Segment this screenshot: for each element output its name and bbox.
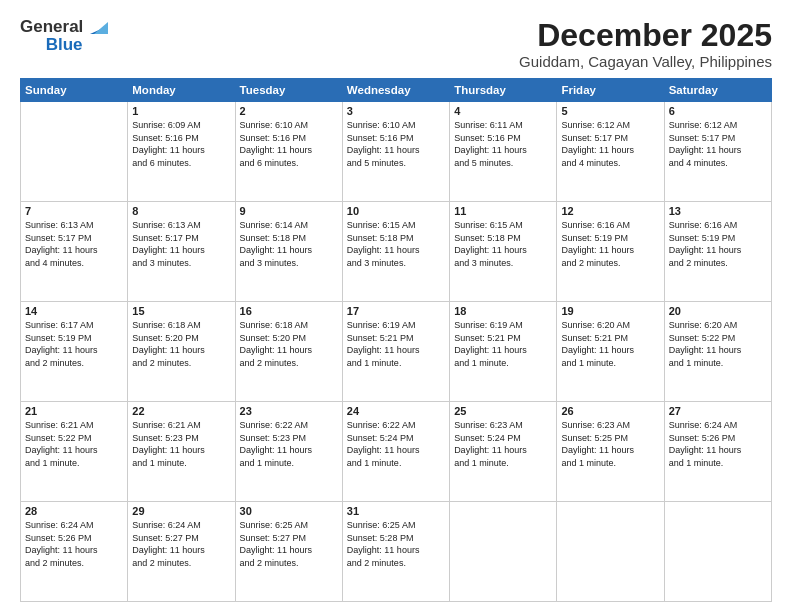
- day-info: Sunrise: 6:19 AM Sunset: 5:21 PM Dayligh…: [454, 319, 552, 369]
- day-number: 3: [347, 105, 445, 117]
- day-info: Sunrise: 6:13 AM Sunset: 5:17 PM Dayligh…: [132, 219, 230, 269]
- page: General Blue December 2025 Guiddam, Caga…: [0, 0, 792, 612]
- day-info: Sunrise: 6:15 AM Sunset: 5:18 PM Dayligh…: [347, 219, 445, 269]
- table-row: 29Sunrise: 6:24 AM Sunset: 5:27 PM Dayli…: [128, 502, 235, 602]
- table-row: 28Sunrise: 6:24 AM Sunset: 5:26 PM Dayli…: [21, 502, 128, 602]
- day-number: 29: [132, 505, 230, 517]
- day-number: 13: [669, 205, 767, 217]
- table-row: 9Sunrise: 6:14 AM Sunset: 5:18 PM Daylig…: [235, 202, 342, 302]
- table-row: 20Sunrise: 6:20 AM Sunset: 5:22 PM Dayli…: [664, 302, 771, 402]
- logo-line1: General: [20, 18, 108, 36]
- header-tuesday: Tuesday: [235, 79, 342, 102]
- day-number: 16: [240, 305, 338, 317]
- day-info: Sunrise: 6:21 AM Sunset: 5:22 PM Dayligh…: [25, 419, 123, 469]
- table-row: [664, 502, 771, 602]
- day-info: Sunrise: 6:11 AM Sunset: 5:16 PM Dayligh…: [454, 119, 552, 169]
- day-info: Sunrise: 6:13 AM Sunset: 5:17 PM Dayligh…: [25, 219, 123, 269]
- header-friday: Friday: [557, 79, 664, 102]
- table-row: 12Sunrise: 6:16 AM Sunset: 5:19 PM Dayli…: [557, 202, 664, 302]
- day-info: Sunrise: 6:25 AM Sunset: 5:28 PM Dayligh…: [347, 519, 445, 569]
- day-info: Sunrise: 6:12 AM Sunset: 5:17 PM Dayligh…: [561, 119, 659, 169]
- day-number: 28: [25, 505, 123, 517]
- table-row: 31Sunrise: 6:25 AM Sunset: 5:28 PM Dayli…: [342, 502, 449, 602]
- day-info: Sunrise: 6:20 AM Sunset: 5:21 PM Dayligh…: [561, 319, 659, 369]
- week-row-2: 7Sunrise: 6:13 AM Sunset: 5:17 PM Daylig…: [21, 202, 772, 302]
- week-row-1: 1Sunrise: 6:09 AM Sunset: 5:16 PM Daylig…: [21, 102, 772, 202]
- header: General Blue December 2025 Guiddam, Caga…: [20, 18, 772, 70]
- table-row: 15Sunrise: 6:18 AM Sunset: 5:20 PM Dayli…: [128, 302, 235, 402]
- table-row: 8Sunrise: 6:13 AM Sunset: 5:17 PM Daylig…: [128, 202, 235, 302]
- table-row: 17Sunrise: 6:19 AM Sunset: 5:21 PM Dayli…: [342, 302, 449, 402]
- table-row: 7Sunrise: 6:13 AM Sunset: 5:17 PM Daylig…: [21, 202, 128, 302]
- table-row: 5Sunrise: 6:12 AM Sunset: 5:17 PM Daylig…: [557, 102, 664, 202]
- day-info: Sunrise: 6:12 AM Sunset: 5:17 PM Dayligh…: [669, 119, 767, 169]
- table-row: 13Sunrise: 6:16 AM Sunset: 5:19 PM Dayli…: [664, 202, 771, 302]
- header-saturday: Saturday: [664, 79, 771, 102]
- day-number: 17: [347, 305, 445, 317]
- day-number: 9: [240, 205, 338, 217]
- table-row: 21Sunrise: 6:21 AM Sunset: 5:22 PM Dayli…: [21, 402, 128, 502]
- table-row: [557, 502, 664, 602]
- day-number: 4: [454, 105, 552, 117]
- table-row: 23Sunrise: 6:22 AM Sunset: 5:23 PM Dayli…: [235, 402, 342, 502]
- day-info: Sunrise: 6:24 AM Sunset: 5:27 PM Dayligh…: [132, 519, 230, 569]
- day-number: 20: [669, 305, 767, 317]
- header-wednesday: Wednesday: [342, 79, 449, 102]
- table-row: 24Sunrise: 6:22 AM Sunset: 5:24 PM Dayli…: [342, 402, 449, 502]
- day-number: 24: [347, 405, 445, 417]
- day-info: Sunrise: 6:16 AM Sunset: 5:19 PM Dayligh…: [669, 219, 767, 269]
- day-number: 25: [454, 405, 552, 417]
- day-info: Sunrise: 6:25 AM Sunset: 5:27 PM Dayligh…: [240, 519, 338, 569]
- week-row-3: 14Sunrise: 6:17 AM Sunset: 5:19 PM Dayli…: [21, 302, 772, 402]
- day-info: Sunrise: 6:15 AM Sunset: 5:18 PM Dayligh…: [454, 219, 552, 269]
- day-info: Sunrise: 6:19 AM Sunset: 5:21 PM Dayligh…: [347, 319, 445, 369]
- day-number: 14: [25, 305, 123, 317]
- calendar-table: Sunday Monday Tuesday Wednesday Thursday…: [20, 78, 772, 602]
- table-row: 6Sunrise: 6:12 AM Sunset: 5:17 PM Daylig…: [664, 102, 771, 202]
- day-number: 11: [454, 205, 552, 217]
- day-number: 23: [240, 405, 338, 417]
- day-info: Sunrise: 6:09 AM Sunset: 5:16 PM Dayligh…: [132, 119, 230, 169]
- day-number: 22: [132, 405, 230, 417]
- table-row: 3Sunrise: 6:10 AM Sunset: 5:16 PM Daylig…: [342, 102, 449, 202]
- title-block: December 2025 Guiddam, Cagayan Valley, P…: [519, 18, 772, 70]
- weekday-header-row: Sunday Monday Tuesday Wednesday Thursday…: [21, 79, 772, 102]
- table-row: 14Sunrise: 6:17 AM Sunset: 5:19 PM Dayli…: [21, 302, 128, 402]
- day-number: 8: [132, 205, 230, 217]
- table-row: 19Sunrise: 6:20 AM Sunset: 5:21 PM Dayli…: [557, 302, 664, 402]
- table-row: [21, 102, 128, 202]
- day-info: Sunrise: 6:10 AM Sunset: 5:16 PM Dayligh…: [347, 119, 445, 169]
- location-title: Guiddam, Cagayan Valley, Philippines: [519, 53, 772, 70]
- table-row: 30Sunrise: 6:25 AM Sunset: 5:27 PM Dayli…: [235, 502, 342, 602]
- day-info: Sunrise: 6:17 AM Sunset: 5:19 PM Dayligh…: [25, 319, 123, 369]
- day-number: 6: [669, 105, 767, 117]
- day-info: Sunrise: 6:23 AM Sunset: 5:25 PM Dayligh…: [561, 419, 659, 469]
- table-row: 27Sunrise: 6:24 AM Sunset: 5:26 PM Dayli…: [664, 402, 771, 502]
- month-title: December 2025: [519, 18, 772, 53]
- day-number: 5: [561, 105, 659, 117]
- table-row: 4Sunrise: 6:11 AM Sunset: 5:16 PM Daylig…: [450, 102, 557, 202]
- day-info: Sunrise: 6:23 AM Sunset: 5:24 PM Dayligh…: [454, 419, 552, 469]
- week-row-5: 28Sunrise: 6:24 AM Sunset: 5:26 PM Dayli…: [21, 502, 772, 602]
- header-thursday: Thursday: [450, 79, 557, 102]
- table-row: 26Sunrise: 6:23 AM Sunset: 5:25 PM Dayli…: [557, 402, 664, 502]
- day-info: Sunrise: 6:14 AM Sunset: 5:18 PM Dayligh…: [240, 219, 338, 269]
- day-info: Sunrise: 6:18 AM Sunset: 5:20 PM Dayligh…: [240, 319, 338, 369]
- day-info: Sunrise: 6:24 AM Sunset: 5:26 PM Dayligh…: [669, 419, 767, 469]
- table-row: 16Sunrise: 6:18 AM Sunset: 5:20 PM Dayli…: [235, 302, 342, 402]
- table-row: [450, 502, 557, 602]
- day-number: 31: [347, 505, 445, 517]
- day-info: Sunrise: 6:21 AM Sunset: 5:23 PM Dayligh…: [132, 419, 230, 469]
- day-info: Sunrise: 6:24 AM Sunset: 5:26 PM Dayligh…: [25, 519, 123, 569]
- logo-line2: Blue: [46, 36, 83, 53]
- table-row: 11Sunrise: 6:15 AM Sunset: 5:18 PM Dayli…: [450, 202, 557, 302]
- day-number: 12: [561, 205, 659, 217]
- day-number: 30: [240, 505, 338, 517]
- header-sunday: Sunday: [21, 79, 128, 102]
- day-number: 2: [240, 105, 338, 117]
- week-row-4: 21Sunrise: 6:21 AM Sunset: 5:22 PM Dayli…: [21, 402, 772, 502]
- day-number: 18: [454, 305, 552, 317]
- day-number: 27: [669, 405, 767, 417]
- logo: General Blue: [20, 18, 108, 53]
- table-row: 22Sunrise: 6:21 AM Sunset: 5:23 PM Dayli…: [128, 402, 235, 502]
